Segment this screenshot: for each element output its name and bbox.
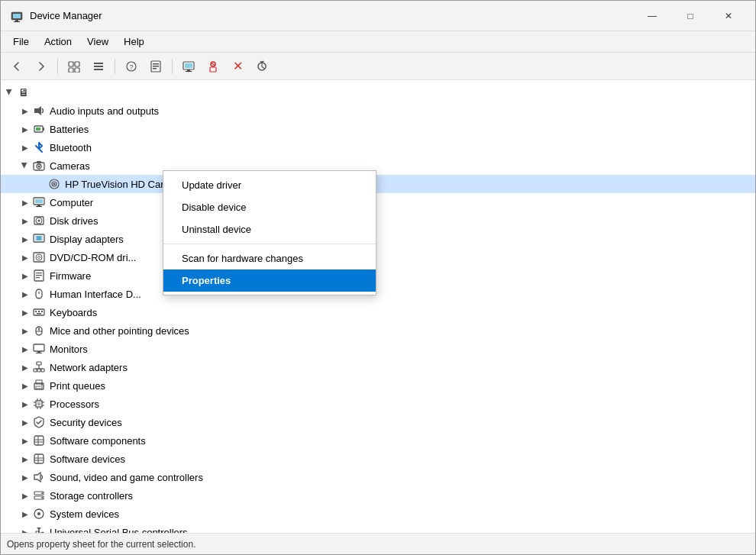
tree-item-disk[interactable]: ▶ Disk drives [1,211,755,230]
close-button[interactable]: ✕ [711,4,746,28]
svg-rect-37 [35,199,43,203]
computer-label: Computer [50,197,93,208]
tree-item-storage[interactable]: ▶ Storage controllers [1,486,755,505]
disk-label: Disk drives [50,215,99,227]
sw-devices-label: Software devices [50,453,125,465]
disk-icon [31,213,47,228]
tree-item-system[interactable]: ▶ System devices [1,505,755,523]
ctx-scan-hardware[interactable]: Scan for hardware changes [163,247,376,269]
menu-file[interactable]: File [5,33,37,50]
tree-item-sound[interactable]: ▶ Sound, video and game controllers [1,468,755,486]
svg-rect-18 [185,63,192,68]
svg-rect-56 [35,311,37,312]
svg-rect-65 [37,351,40,353]
menu-view[interactable]: View [79,33,116,50]
svg-rect-50 [36,273,42,273]
svg-rect-28 [36,127,40,131]
svg-point-48 [38,257,40,259]
svg-rect-51 [36,275,42,276]
ctx-uninstall-device[interactable]: Uninstall device [163,218,376,240]
svg-marker-25 [34,106,41,115]
menu-bar: File Action View Help [1,31,755,53]
processors-icon [31,396,47,411]
svg-rect-59 [37,313,41,315]
tree-item-cameras[interactable]: ▶ Cameras [1,156,755,175]
tree-item-sw-components[interactable]: ▶ Software components [1,431,755,450]
svg-point-99 [41,497,43,499]
tree-item-hp-camera[interactable]: ▶ HP TrueVision HD Camera [1,175,755,193]
sw-devices-chevron: ▶ [19,453,31,465]
svg-point-31 [38,166,40,168]
hid-chevron: ▶ [19,288,31,300]
tree-item-audio[interactable]: ▶ Audio inputs and outputs [1,102,755,120]
svg-rect-16 [153,68,157,69]
tree-item-monitors[interactable]: ▶ Monitors [1,340,755,358]
sound-label: Sound, video and game controllers [50,472,203,483]
svg-point-106 [42,532,44,534]
sw-devices-icon [31,451,47,466]
storage-chevron: ▶ [19,489,31,502]
help-button[interactable]: ? [120,56,143,77]
svg-rect-19 [187,69,190,71]
storage-label: Storage controllers [50,490,133,502]
tree-item-dvd[interactable]: ▶ DVD/CD-ROM dri... [1,248,755,266]
dvd-label: DVD/CD-ROM dri... [50,252,136,263]
display-icon [31,231,47,247]
ctx-separator [163,244,376,244]
usb-icon [31,524,47,533]
storage-icon [31,488,47,503]
tree-item-batteries[interactable]: ▶ Batteries [1,120,755,138]
tree-item-bluetooth[interactable]: ▶ Bluetooth [1,138,755,156]
tree-item-network[interactable]: ▶ Network adapters [1,358,755,376]
back-button[interactable] [5,56,28,77]
tree-item-sw-devices[interactable]: ▶ Software devices [1,450,755,468]
svg-rect-52 [36,277,40,278]
svg-rect-15 [153,66,159,67]
menu-help[interactable]: Help [116,33,152,50]
tree-item-firmware[interactable]: ▶ Firmware [1,266,755,285]
tree-root[interactable]: ▶ 🖥 [1,83,755,102]
tree-item-mice[interactable]: ▶ Mice and other pointing devices [1,321,755,340]
audio-icon [31,103,47,118]
list-view-button[interactable] [87,56,110,77]
show-all-button[interactable] [63,56,86,77]
tree-item-security[interactable]: ▶ Security devices [1,413,755,431]
svg-rect-87 [34,436,44,445]
properties-button[interactable] [144,56,167,77]
usb-chevron: ▶ [19,526,31,533]
svg-marker-103 [37,528,41,530]
display-label: Display adapters [50,234,124,245]
menu-action[interactable]: Action [37,33,79,50]
network-icon [31,360,47,375]
tree-item-display[interactable]: ▶ Display adapters [1,230,755,248]
tree-item-processors[interactable]: ▶ Processors [1,395,755,413]
ctx-disable-device[interactable]: Disable device [163,196,376,218]
keyboards-chevron: ▶ [19,306,31,318]
tree-item-keyboards[interactable]: ▶ Keyboards [1,303,755,321]
scan-button[interactable] [250,56,273,77]
ctx-update-driver[interactable]: Update driver [163,174,376,196]
svg-rect-39 [36,206,42,207]
bluetooth-icon [31,140,47,155]
ctx-properties[interactable]: Properties [163,269,376,292]
svg-rect-3 [14,21,20,22]
minimize-button[interactable]: — [635,4,670,28]
print-chevron: ▶ [19,379,31,392]
batteries-label: Batteries [50,124,89,135]
hid-icon [31,286,47,302]
forward-button[interactable] [30,56,53,77]
app-icon [10,9,24,23]
tree-item-hid[interactable]: ▶ Human Interface D... [1,285,755,303]
device-tree[interactable]: ▶ 🖥 ▶ Audio inputs and outputs ▶ [1,80,755,533]
tree-item-usb[interactable]: ▶ Universal Serial Bus controllers [1,523,755,533]
dvd-chevron: ▶ [19,251,31,263]
tree-item-computer[interactable]: ▶ Computer [1,193,755,211]
sw-components-chevron: ▶ [19,434,31,447]
root-chevron: ▶ [4,86,16,98]
disable-button[interactable]: ✕ [226,56,249,77]
computer-button[interactable] [177,56,200,77]
tree-item-print[interactable]: ▶ Print queues [1,376,755,395]
audio-chevron: ▶ [19,105,31,117]
maximize-button[interactable]: □ [673,4,708,28]
uninstall-button[interactable] [202,56,225,77]
